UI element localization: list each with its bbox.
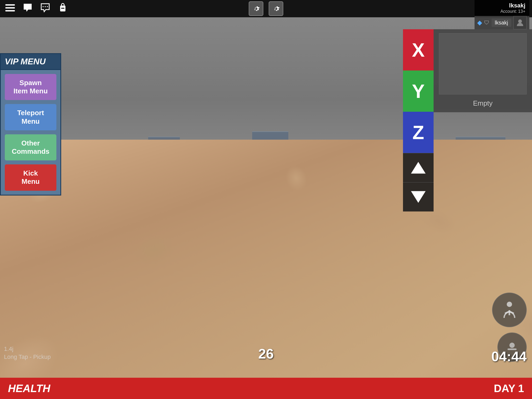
counter-display: 26 [258,346,274,362]
center-controls [249,1,283,16]
vip-menu-title: VIP MENU [0,53,61,70]
vip-menu: VIP MENU SpawnItem Menu TeleportMenu Oth… [0,53,61,196]
backpack-icon[interactable] [58,3,68,14]
user-info-panel: lksakj Account: 13+ ◆ 🛡 lksakj [475,0,529,29]
diamond-icon: ◆ [477,19,482,26]
health-bar: HEALTH DAY 1 [0,378,532,399]
svg-point-8 [518,19,522,23]
item-preview-image [439,33,527,94]
arrow-down-button[interactable] [403,182,434,211]
username-display: lksakj [479,2,525,9]
settings-button-2[interactable] [269,1,283,16]
day-label: DAY 1 [494,383,524,394]
arrow-up-button[interactable] [403,153,434,182]
svg-rect-2 [5,10,15,11]
y-button[interactable]: Y [403,70,434,112]
character-icon-button[interactable] [492,293,527,327]
time-display: 04:44 [491,348,527,364]
settings-button-1[interactable] [249,1,263,16]
other-commands-button[interactable]: OtherCommands [5,134,56,160]
badge-username: lksakj [495,20,508,26]
shield-icon: 🛡 [484,20,489,26]
chat2-icon[interactable] [40,3,50,14]
svg-point-5 [47,6,48,7]
health-label: HEALTH [8,383,50,394]
svg-rect-7 [61,8,64,9]
account-info: Account: 13+ [479,9,525,14]
item-preview-label: Empty [473,97,493,110]
svg-marker-9 [411,162,426,174]
right-panel: X Y Z Empty [403,29,532,211]
z-button[interactable]: Z [403,112,434,153]
top-bar [0,0,532,17]
user-badge: lksakj [492,19,511,27]
svg-rect-1 [5,7,15,9]
svg-rect-0 [5,4,15,6]
xyz-controls: X Y Z [403,29,434,211]
svg-point-3 [43,6,44,7]
svg-point-11 [507,302,512,307]
version-display: 1.4j [4,346,13,352]
spawn-item-menu-button[interactable]: SpawnItem Menu [5,74,56,100]
teleport-menu-button[interactable]: TeleportMenu [5,104,56,130]
svg-marker-10 [411,191,426,203]
hamburger-icon[interactable] [5,3,15,14]
item-preview-panel: Empty [434,29,532,112]
kick-menu-button[interactable]: KickMenu [5,164,56,190]
x-button[interactable]: X [403,29,434,70]
svg-point-16 [509,343,515,348]
pickup-hint: Long Tap - Pickup [4,354,51,360]
svg-point-4 [45,6,46,7]
chat-icon[interactable] [23,3,32,14]
avatar-thumbnail [513,16,527,29]
